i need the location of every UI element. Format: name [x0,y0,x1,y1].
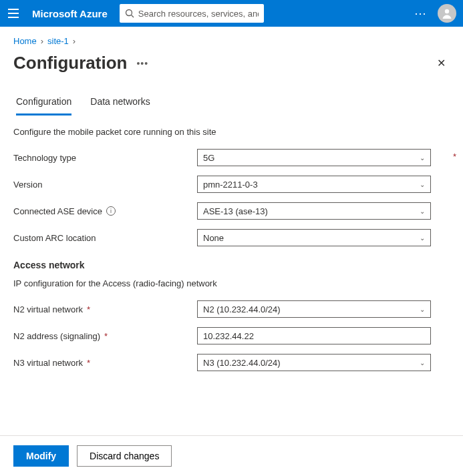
topbar: Microsoft Azure ⋯ [0,0,463,27]
label-text-connected-ase: Connected ASE device [13,206,102,216]
row-connected-ase: Connected ASE device i ASE-13 (ase-13) ⌄ [13,202,450,220]
hamburger-menu-icon[interactable] [0,0,27,27]
value-n2-vnet: N2 (10.232.44.0/24) [203,304,281,314]
value-n3-vnet: N3 (10.232.44.0/24) [203,358,281,368]
required-indicator: * [87,358,90,368]
row-n3-vnet: N3 virtual network * N3 (10.232.44.0/24)… [13,354,450,371]
breadcrumb: Home › site-1 › [0,27,463,50]
select-version[interactable]: pmn-2211-0-3 ⌄ [197,176,431,193]
close-icon[interactable]: ✕ [433,53,450,73]
chevron-down-icon: ⌄ [420,181,425,188]
svg-rect-0 [8,9,19,10]
row-custom-arc: Custom ARC location None ⌄ [13,229,450,246]
tabs: Configuration Data networks [0,80,463,116]
content: Configure the mobile packet core running… [0,116,463,371]
label-n2-vnet: N2 virtual network * [13,304,197,314]
select-technology-type[interactable]: 5G ⌄ [197,149,431,166]
chevron-right-icon: › [73,36,75,46]
value-custom-arc: None [203,233,224,243]
label-n3-vnet: N3 virtual network * [13,358,197,368]
svg-point-3 [126,10,132,16]
label-version: Version [13,180,197,190]
row-technology-type: Technology type 5G ⌄ * [13,149,450,166]
row-version: Version pmn-2211-0-3 ⌄ [13,176,450,193]
label-n2-address: N2 address (signaling) * [13,331,197,341]
label-text-n2-address: N2 address (signaling) [13,331,100,341]
label-custom-arc: Custom ARC location [13,233,197,243]
section-access-network-desc: IP configuration for the Access (radio-f… [13,278,450,288]
select-custom-arc[interactable]: None ⌄ [197,229,431,246]
page-more-icon[interactable]: ••• [136,58,148,69]
required-indicator: * [104,331,108,341]
chevron-down-icon: ⌄ [420,359,425,367]
select-connected-ase[interactable]: ASE-13 (ase-13) ⌄ [197,202,431,220]
value-version: pmn-2211-0-3 [203,180,258,190]
breadcrumb-home[interactable]: Home [13,36,37,46]
discard-changes-button[interactable]: Discard changes [77,445,172,467]
menu-icon [8,9,19,18]
svg-line-4 [131,15,134,18]
chevron-right-icon: › [41,36,43,46]
chevron-down-icon: ⌄ [420,208,425,215]
label-connected-ase: Connected ASE device i [13,206,197,216]
required-indicator: * [453,152,456,162]
svg-rect-1 [8,13,19,14]
row-n2-vnet: N2 virtual network * N2 (10.232.44.0/24)… [13,300,450,318]
person-icon [440,7,454,20]
select-n3-vnet[interactable]: N3 (10.232.44.0/24) ⌄ [197,354,431,371]
value-technology-type: 5G [203,153,214,163]
global-search[interactable] [120,4,264,23]
user-avatar[interactable] [438,4,456,23]
chevron-down-icon: ⌄ [420,154,425,162]
page-header: Configuration ••• ✕ [0,50,463,80]
required-indicator: * [87,304,90,314]
brand-label[interactable]: Microsoft Azure [32,8,108,19]
modify-button[interactable]: Modify [13,445,69,467]
page-description: Configure the mobile packet core running… [13,127,450,137]
label-technology-type: Technology type [13,153,197,163]
search-icon [125,9,134,18]
search-input[interactable] [138,9,259,19]
page-title: Configuration [13,53,127,73]
footer: Modify Discard changes [0,435,463,476]
select-n2-vnet[interactable]: N2 (10.232.44.0/24) ⌄ [197,300,431,318]
tab-data-networks[interactable]: Data networks [90,96,150,115]
value-n2-address: 10.232.44.22 [203,331,254,341]
chevron-down-icon: ⌄ [420,306,425,313]
svg-point-5 [445,9,449,13]
label-text-n3-vnet: N3 virtual network [13,358,83,368]
tab-configuration[interactable]: Configuration [16,96,71,115]
breadcrumb-site[interactable]: site-1 [47,36,69,46]
top-more-icon[interactable]: ⋯ [408,6,432,21]
row-n2-address: N2 address (signaling) * 10.232.44.22 [13,327,450,344]
value-connected-ase: ASE-13 (ase-13) [203,206,268,216]
section-access-network-heading: Access network [13,260,450,270]
input-n2-address[interactable]: 10.232.44.22 [197,327,431,344]
info-icon[interactable]: i [106,206,116,216]
label-text-n2-vnet: N2 virtual network [13,304,83,314]
svg-rect-2 [8,17,19,18]
chevron-down-icon: ⌄ [420,234,425,242]
